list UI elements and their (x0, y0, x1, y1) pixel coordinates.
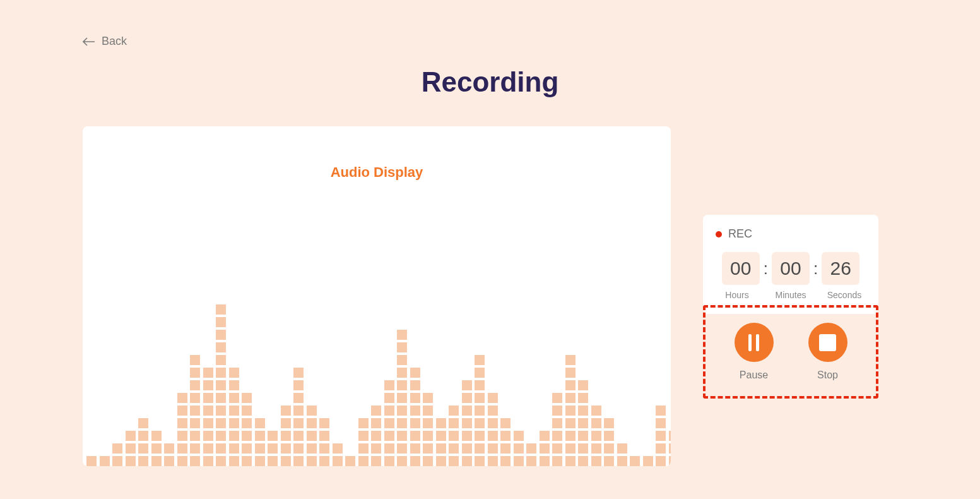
equalizer-bar (449, 406, 459, 466)
pause-icon (748, 334, 759, 351)
seconds-label: Seconds (825, 290, 863, 300)
audio-display-label: Audio Display (331, 164, 423, 181)
equalizer-bar (617, 443, 627, 466)
pause-button[interactable] (735, 323, 774, 362)
equalizer-bar (126, 431, 136, 466)
equalizer-bar (333, 443, 343, 466)
equalizer-bar (526, 443, 536, 466)
equalizer-bar (475, 355, 485, 466)
equalizer-bar (138, 418, 148, 466)
equalizer-bar (112, 443, 122, 466)
equalizer-bar (177, 393, 187, 466)
equalizer-bar (216, 304, 226, 466)
equalizer-bar (371, 406, 381, 466)
controls-panel-highlight: Pause Stop (703, 305, 878, 399)
equalizer-bar (462, 380, 472, 466)
equalizer-bar (242, 393, 252, 466)
equalizer-bar (268, 431, 278, 466)
back-label: Back (102, 35, 127, 48)
equalizer-bar (488, 393, 498, 466)
timer-separator: : (813, 259, 818, 279)
stop-control: Stop (808, 323, 847, 381)
equalizer-bar (307, 406, 317, 466)
audio-display-panel: Audio Display (83, 126, 671, 466)
equalizer-bar (436, 418, 446, 466)
equalizer-bar (669, 431, 671, 466)
timer-minutes: 00 (772, 252, 810, 285)
stop-icon (819, 334, 836, 351)
recording-status: REC (716, 227, 866, 241)
stop-button[interactable] (808, 323, 847, 362)
equalizer-bar (86, 456, 97, 466)
equalizer-bar (100, 456, 110, 466)
equalizer-bar (281, 406, 291, 466)
equalizer-bar (578, 380, 588, 466)
equalizer-bar (552, 393, 562, 466)
equalizer-bar (229, 368, 239, 466)
stop-label: Stop (817, 370, 838, 381)
timer-separator: : (764, 259, 768, 279)
equalizer-bar (151, 431, 162, 466)
equalizer-bar (540, 431, 550, 466)
equalizer-bar (604, 418, 614, 466)
minutes-label: Minutes (772, 290, 810, 300)
timer-unit-labels: Hours Minutes Seconds (716, 290, 866, 300)
equalizer-bar (203, 368, 213, 466)
equalizer-bar (397, 330, 407, 466)
equalizer-bar (591, 406, 601, 466)
equalizer-bar (643, 456, 653, 466)
page-title: Recording (422, 66, 559, 98)
recording-status-label: REC (728, 227, 752, 241)
equalizer-bar (514, 431, 524, 466)
equalizer-bar (345, 456, 355, 466)
audio-equalizer (86, 304, 667, 466)
recording-timer-panel: REC 00 : 00 : 26 Hours Minutes Seconds (703, 215, 878, 314)
equalizer-bar (565, 355, 576, 466)
equalizer-bar (423, 393, 433, 466)
equalizer-bar (319, 418, 329, 466)
equalizer-bar (293, 368, 304, 466)
pause-control: Pause (735, 323, 774, 381)
equalizer-bar (656, 406, 666, 466)
pause-label: Pause (740, 370, 768, 381)
equalizer-bar (500, 418, 511, 466)
equalizer-bar (164, 443, 174, 466)
equalizer-bar (255, 418, 265, 466)
recording-dot-icon (716, 231, 722, 237)
timer-hours: 00 (722, 252, 760, 285)
timer-display: 00 : 00 : 26 (716, 252, 866, 285)
equalizer-bar (190, 355, 200, 466)
equalizer-bar (410, 368, 420, 466)
arrow-left-icon (83, 37, 95, 46)
timer-seconds: 26 (822, 252, 859, 285)
equalizer-bar (384, 380, 394, 466)
equalizer-bar (630, 456, 640, 466)
hours-label: Hours (718, 290, 756, 300)
equalizer-bar (358, 418, 369, 466)
back-link[interactable]: Back (83, 35, 127, 48)
